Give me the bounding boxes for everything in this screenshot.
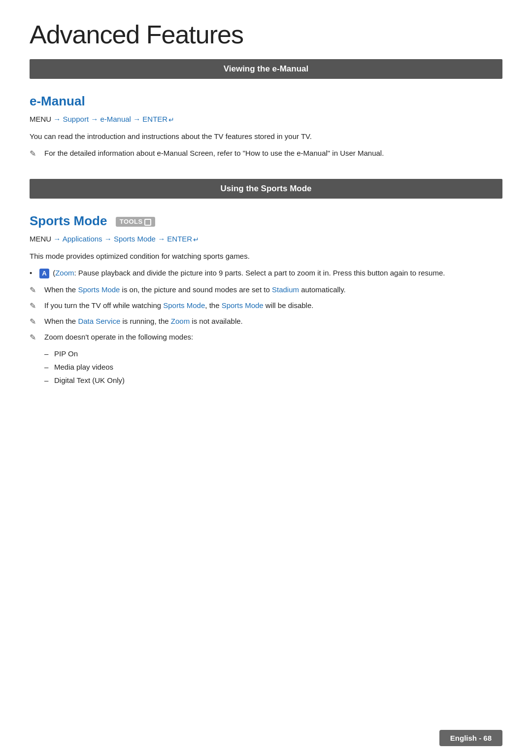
e-manual-note: For the detailed information about e-Man…	[30, 147, 502, 159]
note-2: If you turn the TV off while watching Sp…	[30, 300, 502, 311]
enter-icon: ↵	[168, 116, 174, 124]
sports-menu-arrow3: →	[158, 235, 167, 243]
sports-menu-arrow1: →	[53, 235, 62, 243]
menu-path-enter: ENTER↵	[142, 115, 174, 123]
note2-sportsmode2: Sports Mode	[222, 301, 264, 309]
sports-menu-arrow2: →	[104, 235, 114, 243]
note3-dataservice: Data Service	[78, 317, 120, 325]
section1-header: Viewing the e-Manual	[30, 59, 502, 79]
e-manual-body: You can read the introduction and instru…	[30, 131, 502, 142]
tools-icon	[144, 219, 151, 226]
menu-path-menu: MENU	[30, 115, 51, 123]
zoom-text: Zoom	[55, 269, 74, 277]
e-manual-menu-path: MENU → Support → e-Manual → ENTER↵	[30, 115, 502, 124]
footer-label: English - 68	[450, 734, 492, 742]
e-manual-section: e-Manual MENU → Support → e-Manual → ENT…	[30, 94, 502, 159]
menu-path-emanual: e-Manual	[100, 115, 131, 123]
e-manual-title: e-Manual	[30, 94, 502, 109]
note1-stadium: Stadium	[272, 285, 299, 294]
list-item-1-text: PIP On	[54, 349, 78, 358]
sports-menu-menu: MENU	[30, 235, 51, 243]
tools-label: TOOLS	[120, 218, 143, 225]
page-container: Advanced Features Viewing the e-Manual e…	[0, 0, 532, 441]
list-item-3-text: Digital Text (UK Only)	[54, 376, 125, 384]
a-button: A	[39, 269, 49, 278]
sports-mode-title: Sports Mode TOOLS	[30, 213, 502, 229]
zoom-bullet: A (Zoom: Pause playback and divide the p…	[30, 267, 502, 279]
sports-menu-sportsmode: Sports Mode	[114, 235, 156, 243]
section2-header: Using the Sports Mode	[30, 179, 502, 199]
menu-path-support: Support	[63, 115, 89, 123]
sports-menu-applications: Applications	[63, 235, 102, 243]
menu-path-arrow1: →	[53, 115, 63, 123]
sports-menu-enter: ENTER↵	[167, 235, 199, 243]
menu-path-arrow3: →	[133, 115, 142, 123]
note1-sportsmode1: Sports Mode	[78, 285, 120, 294]
menu-path-arrow2: →	[91, 115, 100, 123]
note4-text: Zoom doesn't operate in the following mo…	[44, 333, 193, 341]
list-item-1: PIP On	[30, 347, 502, 360]
note2-sportsmode1: Sports Mode	[163, 301, 205, 309]
sports-mode-section: Sports Mode TOOLS MENU → Applications → …	[30, 213, 502, 387]
list-item-3: Digital Text (UK Only)	[30, 374, 502, 387]
sports-enter-icon: ↵	[193, 236, 199, 243]
sports-menu-path: MENU → Applications → Sports Mode → ENTE…	[30, 235, 502, 243]
sports-body: This mode provides optimized condition f…	[30, 250, 502, 262]
note-1: When the Sports Mode is on, the picture …	[30, 284, 502, 296]
footer-bar: English - 68	[439, 730, 502, 746]
e-manual-note-text: For the detailed information about e-Man…	[44, 149, 384, 157]
note3-zoom: Zoom	[171, 317, 190, 325]
sports-mode-title-text: Sports Mode	[30, 213, 107, 228]
list-item-2-text: Media play videos	[54, 363, 113, 371]
tools-badge: TOOLS	[116, 217, 155, 227]
note-3: When the Data Service is running, the Zo…	[30, 315, 502, 327]
page-title: Advanced Features	[30, 20, 502, 49]
list-item-2: Media play videos	[30, 360, 502, 374]
zoom-desc: : Pause playback and divide the picture …	[74, 269, 445, 277]
note-4: Zoom doesn't operate in the following mo…	[30, 331, 502, 343]
